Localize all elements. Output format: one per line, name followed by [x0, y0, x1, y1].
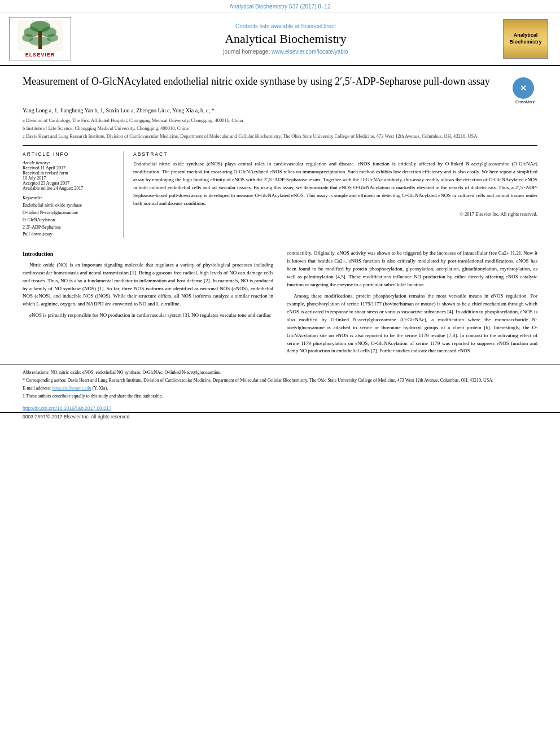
abbreviations-note: Abbreviations: NO, nitric oxide; eNOS, e…: [23, 369, 537, 376]
crossmark-badge: ✕ CrossMark: [513, 77, 537, 104]
keyword-4: 2′,5′-ADP-Sepharose: [23, 224, 118, 231]
copyright-line: © 2017 Elsevier Inc. All rights reserved…: [133, 211, 537, 217]
bottom-bar: 0003-2697/© 2017 Elsevier Inc. All right…: [0, 412, 560, 421]
homepage-label: journal homepage:: [223, 49, 270, 55]
science-direct-label: Contents lists available at: [235, 23, 299, 29]
revised-label: Received in revised form: [23, 171, 118, 176]
svg-point-7: [29, 37, 51, 46]
intro-p1: Nitric oxide (NO) is an important signal…: [23, 261, 273, 309]
article-title-block: Measurement of O-GlcNAcylated endothelia…: [23, 75, 537, 104]
email-link[interactable]: yong.xia@osumc.edu: [52, 386, 91, 391]
affiliation-c: c Davis Heart and Lung Research Institut…: [23, 133, 537, 140]
email-name: (Y. Xia).: [93, 386, 108, 391]
introduction-title: Introduction: [23, 250, 273, 259]
footnote1-note: 1 These authors contribute equally to th…: [23, 393, 537, 400]
journal-logo-right: Analytical Biochemistry: [500, 19, 551, 59]
science-direct-link[interactable]: ScienceDirect: [301, 23, 336, 29]
keyword-5: Pull-down assay: [23, 231, 118, 238]
journal-cover-text: Analytical Biochemistry: [509, 32, 541, 45]
elsevier-tree-icon: [18, 20, 63, 51]
available-value: Available online 24 August: 2017: [23, 186, 118, 191]
elsevier-brand-text: ELSEVIER: [25, 52, 55, 58]
intro-p4: Among these modifications, protein phosp…: [287, 292, 537, 356]
affiliations-block: a Division of Cardiology, The First Affi…: [23, 117, 537, 139]
article-info-col: ARTICLE INFO Article history: Received 1…: [23, 151, 124, 238]
article-info-abstract-section: ARTICLE INFO Article history: Received 1…: [23, 145, 537, 238]
article-outer: Measurement of O-GlcNAcylated endothelia…: [0, 66, 560, 250]
received-value: Received 11 April 2017: [23, 165, 118, 171]
journal-cover-image: Analytical Biochemistry: [503, 19, 548, 59]
science-direct-line: Contents lists available at ScienceDirec…: [80, 23, 491, 29]
affiliation-b: b Institute of Life Science, Chongqing M…: [23, 125, 537, 132]
email-label: E-mail address:: [23, 386, 51, 391]
accepted-value: Accepted 23 August 2017: [23, 181, 118, 186]
affiliation-a: a Division of Cardiology, The First Affi…: [23, 117, 537, 124]
abstract-col: ABSTRACT Endothelial nitric oxide syntha…: [133, 151, 537, 238]
body-section: Introduction Nitric oxide (NO) is an imp…: [0, 250, 560, 364]
crossmark-label: CrossMark: [513, 100, 537, 104]
article-title: Measurement of O-GlcNAcylated endothelia…: [23, 75, 506, 88]
journal-header: ELSEVIER Contents lists available at Sci…: [0, 12, 560, 66]
body-col-left: Introduction Nitric oxide (NO) is an imp…: [23, 250, 273, 359]
journal-citation: Analytical Biochemistry 537 (2017) 8–12: [230, 3, 331, 10]
keyword-3: O-GlcNAcylation: [23, 217, 118, 224]
crossmark-icon: ✕: [513, 77, 534, 99]
doi-link[interactable]: http://dx.doi.org/10.1016/j.ab.2017.08.0…: [23, 405, 111, 411]
keywords-list: Endothelial nitric oxide synthase O-link…: [23, 202, 118, 238]
keywords-label: Keywords:: [23, 195, 118, 200]
journal-citation-bar: Analytical Biochemistry 537 (2017) 8–12: [0, 0, 560, 12]
article-info-label: ARTICLE INFO: [23, 151, 118, 157]
body-col-right: contractility. Originally, eNOS activity…: [287, 250, 537, 359]
journal-homepage-line: journal homepage: www.elsevier.com/locat…: [80, 49, 491, 55]
revised-date: 10 July 2017: [23, 176, 118, 181]
keyword-2: O-linked N-acetylglucosamine: [23, 209, 118, 217]
keyword-1: Endothelial nitric oxide synthase: [23, 202, 118, 209]
corresponding-note: * Corresponding author. Davis Heart and …: [23, 377, 537, 384]
authors-text: Yang Long a, 1, Jianghong Yan b, 1, Suxi…: [23, 107, 215, 113]
history-label: Article history:: [23, 160, 118, 165]
intro-p2: eNOS is primarily responsible for NO pro…: [23, 312, 273, 320]
elsevier-logo-block: ELSEVIER: [9, 17, 71, 60]
history-row: Article history: Received 11 April 2017 …: [23, 160, 118, 191]
email-note: E-mail address: yong.xia@osumc.edu (Y. X…: [23, 385, 537, 392]
abstract-label: ABSTRACT: [133, 151, 537, 157]
authors-line: Yang Long a, 1, Jianghong Yan b, 1, Suxi…: [23, 107, 537, 113]
homepage-link[interactable]: www.elsevier.com/locate/yabio: [272, 49, 348, 55]
body-two-col: Introduction Nitric oxide (NO) is an imp…: [23, 250, 537, 359]
issn-text: 0003-2697/© 2017 Elsevier Inc. All right…: [23, 414, 130, 420]
footnotes-area: Abbreviations: NO, nitric oxide; eNOS, e…: [0, 364, 560, 403]
journal-center: Contents lists available at ScienceDirec…: [71, 23, 500, 55]
doi-area: http://dx.doi.org/10.1016/j.ab.2017.08.0…: [0, 403, 560, 412]
intro-p3: contractility. Originally, eNOS activity…: [287, 250, 537, 289]
abstract-text: Endothelial nitric oxide synthase (eNOS)…: [133, 160, 537, 208]
journal-name: Analytical Biochemistry: [80, 32, 491, 46]
